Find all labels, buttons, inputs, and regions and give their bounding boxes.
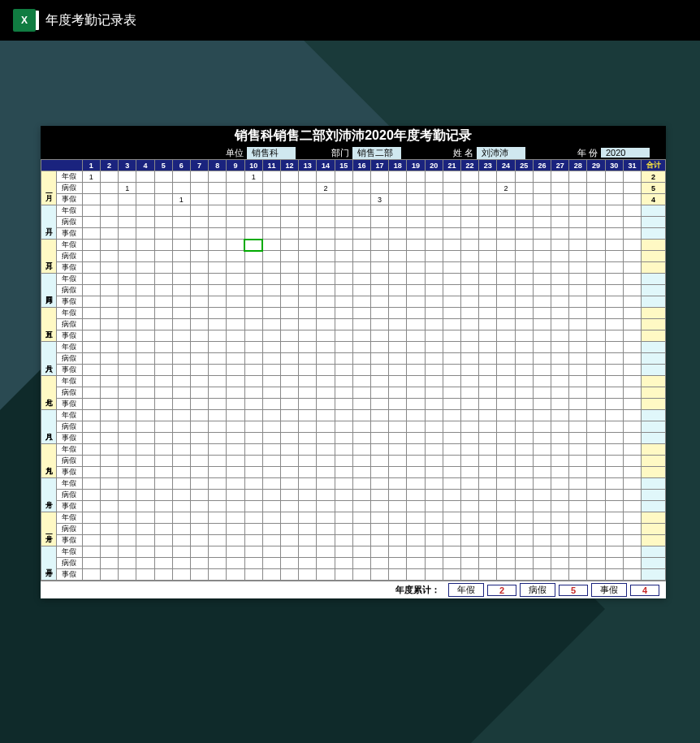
data-cell[interactable]	[479, 262, 497, 274]
data-cell[interactable]	[425, 376, 443, 387]
data-cell[interactable]	[227, 433, 244, 444]
data-cell[interactable]	[352, 444, 370, 456]
data-cell[interactable]	[82, 353, 100, 365]
data-cell[interactable]	[154, 183, 172, 194]
data-cell[interactable]	[172, 217, 190, 228]
data-cell[interactable]	[497, 365, 515, 376]
data-cell[interactable]	[299, 319, 317, 330]
data-cell[interactable]	[551, 183, 569, 194]
data-cell[interactable]	[352, 342, 370, 353]
data-cell[interactable]	[299, 456, 317, 467]
data-cell[interactable]	[317, 353, 335, 365]
data-cell[interactable]	[515, 205, 533, 217]
data-cell[interactable]	[425, 183, 443, 194]
data-cell[interactable]	[190, 444, 208, 456]
data-cell[interactable]	[497, 342, 515, 353]
data-cell[interactable]	[335, 183, 352, 194]
data-cell[interactable]	[119, 524, 136, 535]
data-cell[interactable]	[587, 478, 605, 490]
data-cell[interactable]	[551, 399, 569, 410]
data-cell[interactable]	[497, 285, 515, 296]
data-cell[interactable]	[262, 330, 280, 342]
data-cell[interactable]	[533, 444, 551, 456]
data-cell[interactable]	[425, 524, 443, 535]
data-cell[interactable]	[569, 433, 587, 444]
data-cell[interactable]	[82, 183, 100, 194]
data-cell[interactable]	[335, 524, 352, 535]
data-cell[interactable]	[82, 558, 100, 569]
data-cell[interactable]	[443, 478, 460, 490]
data-cell[interactable]	[154, 365, 172, 376]
data-cell[interactable]	[569, 399, 587, 410]
data-cell[interactable]	[136, 251, 154, 262]
data-cell[interactable]	[515, 365, 533, 376]
data-cell[interactable]	[136, 512, 154, 524]
data-cell[interactable]	[317, 410, 335, 421]
data-cell[interactable]	[227, 274, 244, 285]
data-cell[interactable]	[352, 456, 370, 467]
data-cell[interactable]	[623, 501, 641, 512]
data-cell[interactable]	[623, 262, 641, 274]
data-cell[interactable]	[172, 205, 190, 217]
data-cell[interactable]	[389, 330, 407, 342]
data-cell[interactable]	[461, 421, 479, 433]
data-cell[interactable]: 1	[244, 171, 262, 183]
data-cell[interactable]	[154, 410, 172, 421]
data-cell[interactable]	[209, 262, 227, 274]
data-cell[interactable]	[172, 512, 190, 524]
data-cell[interactable]	[587, 296, 605, 308]
data-cell[interactable]	[262, 240, 280, 251]
data-cell[interactable]	[587, 251, 605, 262]
data-cell[interactable]	[244, 524, 262, 535]
data-cell[interactable]	[352, 353, 370, 365]
data-cell[interactable]	[172, 274, 190, 285]
data-cell[interactable]	[407, 512, 425, 524]
data-cell[interactable]	[317, 171, 335, 183]
data-cell[interactable]	[605, 296, 623, 308]
data-cell[interactable]	[623, 205, 641, 217]
data-cell[interactable]	[479, 478, 497, 490]
data-cell[interactable]	[371, 444, 389, 456]
data-cell[interactable]	[425, 194, 443, 205]
data-cell[interactable]	[371, 240, 389, 251]
data-cell[interactable]	[100, 274, 118, 285]
data-cell[interactable]	[190, 319, 208, 330]
data-cell[interactable]	[479, 296, 497, 308]
data-cell[interactable]	[533, 490, 551, 501]
data-cell[interactable]	[371, 433, 389, 444]
data-cell[interactable]	[389, 205, 407, 217]
data-cell[interactable]	[605, 558, 623, 569]
data-cell[interactable]	[443, 183, 460, 194]
data-cell[interactable]	[172, 262, 190, 274]
data-cell[interactable]	[82, 262, 100, 274]
data-cell[interactable]	[280, 524, 298, 535]
data-cell[interactable]	[280, 228, 298, 240]
data-cell[interactable]	[136, 205, 154, 217]
data-cell[interactable]	[479, 410, 497, 421]
data-cell[interactable]	[317, 274, 335, 285]
data-cell[interactable]	[262, 342, 280, 353]
data-cell[interactable]: 2	[497, 183, 515, 194]
data-cell[interactable]	[461, 330, 479, 342]
data-cell[interactable]	[389, 467, 407, 478]
data-cell[interactable]	[119, 444, 136, 456]
data-cell[interactable]	[335, 433, 352, 444]
data-cell[interactable]	[299, 194, 317, 205]
data-cell[interactable]	[172, 353, 190, 365]
data-cell[interactable]: 1	[119, 183, 136, 194]
data-cell[interactable]	[154, 330, 172, 342]
data-cell[interactable]	[569, 342, 587, 353]
data-cell[interactable]	[172, 228, 190, 240]
data-cell[interactable]	[371, 217, 389, 228]
data-cell[interactable]	[100, 342, 118, 353]
data-cell[interactable]	[479, 569, 497, 581]
data-cell[interactable]	[425, 296, 443, 308]
data-cell[interactable]	[623, 171, 641, 183]
data-cell[interactable]	[335, 501, 352, 512]
data-cell[interactable]	[209, 205, 227, 217]
data-cell[interactable]	[533, 387, 551, 399]
data-cell[interactable]	[479, 228, 497, 240]
data-cell[interactable]	[227, 262, 244, 274]
data-cell[interactable]	[371, 467, 389, 478]
data-cell[interactable]	[407, 240, 425, 251]
